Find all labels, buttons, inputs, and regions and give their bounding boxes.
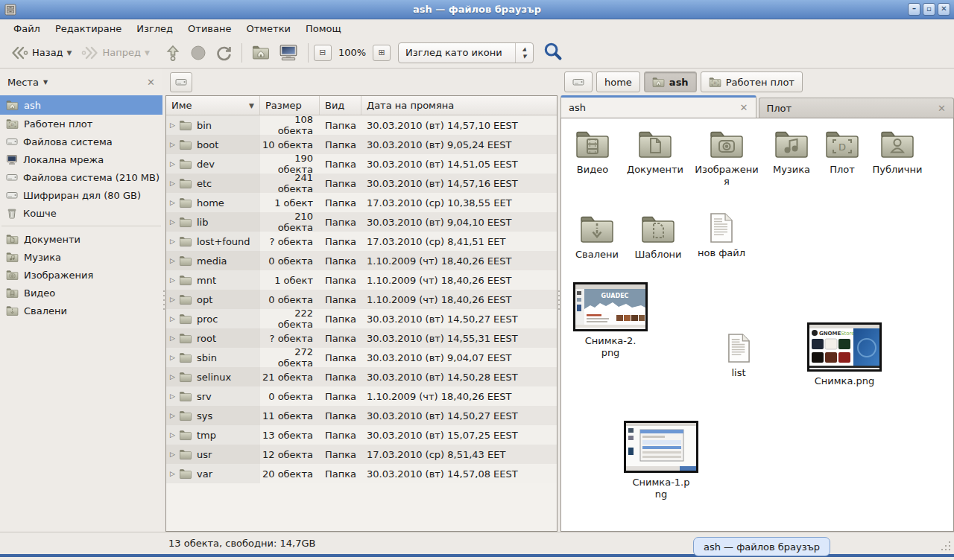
tab-close-icon[interactable]: ✕ bbox=[938, 103, 946, 114]
expander-icon[interactable]: ▷ bbox=[170, 451, 179, 458]
sidebar-item-home[interactable]: ash bbox=[0, 95, 162, 115]
menu-view[interactable]: Изглед bbox=[129, 21, 180, 36]
computer-button[interactable] bbox=[274, 40, 303, 66]
table-row[interactable]: ▷ dev 190 обекта Папка 30.03.2010 (вт) 1… bbox=[166, 154, 557, 174]
table-row[interactable]: ▷ bin 108 обекта Папка 30.03.2010 (вт) 1… bbox=[166, 115, 557, 135]
expander-icon[interactable]: ▷ bbox=[170, 160, 179, 168]
breadcrumb-home[interactable]: home bbox=[596, 71, 640, 92]
maximize-button[interactable]: ▫ bbox=[923, 3, 935, 16]
back-button[interactable]: Назад ▼ bbox=[6, 41, 77, 65]
sidebar-item-desktop[interactable]: Работен плот bbox=[0, 115, 162, 133]
resize-grip[interactable] bbox=[941, 541, 950, 550]
sidebar-item-images[interactable]: Изображения bbox=[0, 266, 162, 284]
menu-help[interactable]: Помощ bbox=[298, 21, 349, 36]
table-row[interactable]: ▷ usr 12 обекта Папка 17.03.2010 (ср) 8,… bbox=[166, 445, 557, 464]
zoom-out-button[interactable]: ⊟ bbox=[314, 45, 332, 61]
sidebar-item-video[interactable]: Видео bbox=[0, 284, 162, 302]
view-mode-select[interactable]: Изглед като икони ▲▼ bbox=[398, 42, 534, 63]
icon-item-snimka1[interactable]: Снимка-1.png bbox=[622, 421, 700, 500]
expander-icon[interactable]: ▷ bbox=[170, 199, 179, 206]
expander-icon[interactable]: ▷ bbox=[170, 238, 179, 245]
table-row[interactable]: ▷ proc 222 обекта Папка 30.03.2010 (вт) … bbox=[166, 309, 557, 328]
icon-item-downloads[interactable]: Свалени bbox=[566, 214, 628, 261]
table-row[interactable]: ▷ home 1 обект Папка 17.03.2010 (ср) 10,… bbox=[166, 193, 557, 212]
expander-icon[interactable]: ▷ bbox=[170, 257, 179, 264]
expander-icon[interactable]: ▷ bbox=[170, 354, 179, 361]
menu-bookmarks[interactable]: Отметки bbox=[238, 21, 297, 36]
expander-icon[interactable]: ▷ bbox=[170, 121, 179, 129]
icon-item-snimka2[interactable]: GUADEC Снимка-2.png bbox=[572, 282, 649, 359]
search-button[interactable] bbox=[541, 39, 565, 66]
icon-item-new-file[interactable]: нов файл bbox=[689, 212, 754, 259]
icon-item-snimka[interactable]: GNOME Store Снимка.png bbox=[804, 322, 885, 387]
expander-icon[interactable]: ▷ bbox=[170, 141, 179, 148]
sidebar-item-filesystem-210mb[interactable]: Файлова система (210 MB) bbox=[0, 168, 162, 186]
combo-spinner-icon[interactable]: ▲▼ bbox=[515, 43, 533, 63]
menu-go[interactable]: Отиване bbox=[180, 21, 238, 36]
up-button[interactable] bbox=[160, 40, 186, 66]
table-row[interactable]: ▷ boot 10 обекта Папка 30.03.2010 (вт) 9… bbox=[166, 135, 557, 154]
column-header-type[interactable]: Вид bbox=[320, 96, 361, 115]
icon-item-desktop[interactable]: Плот bbox=[815, 129, 870, 176]
tab-plot[interactable]: Плот ✕ bbox=[759, 98, 954, 118]
table-row[interactable]: ▷ root ? обекта Папка 30.03.2010 (вт) 14… bbox=[166, 328, 557, 348]
sidebar-item-documents[interactable]: Документи bbox=[0, 230, 162, 248]
menu-file[interactable]: Файл bbox=[6, 21, 48, 36]
table-row[interactable]: ▷ var 20 обекта Папка 30.03.2010 (вт) 14… bbox=[166, 464, 557, 483]
table-row[interactable]: ▷ etc 241 обекта Папка 30.03.2010 (вт) 1… bbox=[166, 174, 557, 193]
titlebar[interactable]: ash — файлов браузър – ▫ ✕ bbox=[0, 0, 954, 19]
sidebar-mode-combo[interactable]: Места ▼ bbox=[7, 77, 48, 88]
expander-icon[interactable]: ▷ bbox=[170, 315, 179, 322]
sidebar-item-downloads[interactable]: Свалени bbox=[0, 302, 162, 319]
table-row[interactable]: ▷ sys 11 обекта Папка 30.03.2010 (вт) 14… bbox=[166, 406, 557, 425]
close-button[interactable]: ✕ bbox=[938, 3, 950, 16]
expander-icon[interactable]: ▷ bbox=[170, 470, 179, 477]
expander-icon[interactable]: ▷ bbox=[170, 392, 179, 400]
expander-icon[interactable]: ▷ bbox=[170, 276, 179, 284]
forward-dropdown-icon[interactable]: ▼ bbox=[145, 49, 150, 57]
icon-item-music[interactable]: Музика bbox=[761, 129, 822, 176]
expander-icon[interactable]: ▷ bbox=[170, 431, 179, 439]
location-button[interactable] bbox=[170, 72, 192, 92]
expander-icon[interactable]: ▷ bbox=[170, 179, 179, 187]
sidebar-item-trash[interactable]: Кошче bbox=[0, 204, 162, 222]
expander-icon[interactable]: ▷ bbox=[170, 296, 179, 303]
table-row[interactable]: ▷ sbin 272 обекта Папка 30.03.2010 (вт) … bbox=[166, 348, 557, 367]
icon-item-video[interactable]: Видео bbox=[561, 129, 624, 176]
home-button[interactable] bbox=[247, 41, 274, 64]
breadcrumb-ash[interactable]: ash bbox=[644, 71, 697, 92]
breadcrumb-root[interactable] bbox=[564, 71, 593, 92]
sidebar-close-button[interactable]: ✕ bbox=[147, 77, 155, 88]
minimize-button[interactable]: – bbox=[908, 3, 920, 16]
expander-icon[interactable]: ▷ bbox=[170, 412, 179, 419]
column-header-size[interactable]: Размер bbox=[260, 96, 320, 115]
table-row[interactable]: ▷ srv 0 обекта Папка 1.10.2009 (чт) 18,4… bbox=[166, 386, 557, 406]
breadcrumb-desktop[interactable]: Работен плот bbox=[701, 71, 803, 92]
icon-view[interactable]: Видео Документи Изображения Музика Плот bbox=[560, 118, 954, 532]
zoom-in-button[interactable]: ⊞ bbox=[373, 45, 391, 61]
sidebar-item-encrypted[interactable]: Шифриран дял (80 GB) bbox=[0, 186, 162, 204]
table-row[interactable]: ▷ media 0 обекта Папка 1.10.2009 (чт) 18… bbox=[166, 251, 557, 270]
sidebar-item-music[interactable]: Музика bbox=[0, 248, 162, 266]
table-row[interactable]: ▷ tmp 13 обекта Папка 30.03.2010 (вт) 15… bbox=[166, 425, 557, 445]
reload-button[interactable] bbox=[211, 41, 236, 65]
stop-button[interactable] bbox=[186, 41, 211, 65]
expander-icon[interactable]: ▷ bbox=[170, 334, 179, 342]
forward-button[interactable]: Напред ▼ bbox=[77, 41, 154, 65]
table-row[interactable]: ▷ selinux 21 обекта Папка 30.03.2010 (вт… bbox=[166, 367, 557, 386]
table-row[interactable]: ▷ lost+found ? обекта Папка 17.03.2010 (… bbox=[166, 232, 557, 251]
expander-icon[interactable]: ▷ bbox=[170, 218, 179, 226]
column-header-name[interactable]: Име ▼ bbox=[166, 96, 260, 115]
icon-item-templates[interactable]: Шаблони bbox=[627, 214, 689, 261]
back-dropdown-icon[interactable]: ▼ bbox=[67, 49, 72, 57]
table-row[interactable]: ▷ opt 0 обекта Папка 1.10.2009 (чт) 18,4… bbox=[166, 290, 557, 309]
icon-item-list[interactable]: list bbox=[707, 333, 770, 379]
tab-ash[interactable]: ash ✕ bbox=[560, 95, 756, 118]
icon-item-public[interactable]: Публични bbox=[865, 129, 929, 176]
column-header-date[interactable]: Дата на промяна bbox=[361, 96, 557, 115]
sidebar-item-filesystem[interactable]: Файлова система bbox=[0, 133, 162, 150]
table-row[interactable]: ▷ mnt 1 обект Папка 1.10.2009 (чт) 18,40… bbox=[166, 270, 557, 290]
tab-close-icon[interactable]: ✕ bbox=[740, 102, 748, 113]
sidebar-item-network[interactable]: Локална мрежа bbox=[0, 150, 162, 168]
expander-icon[interactable]: ▷ bbox=[170, 373, 179, 381]
